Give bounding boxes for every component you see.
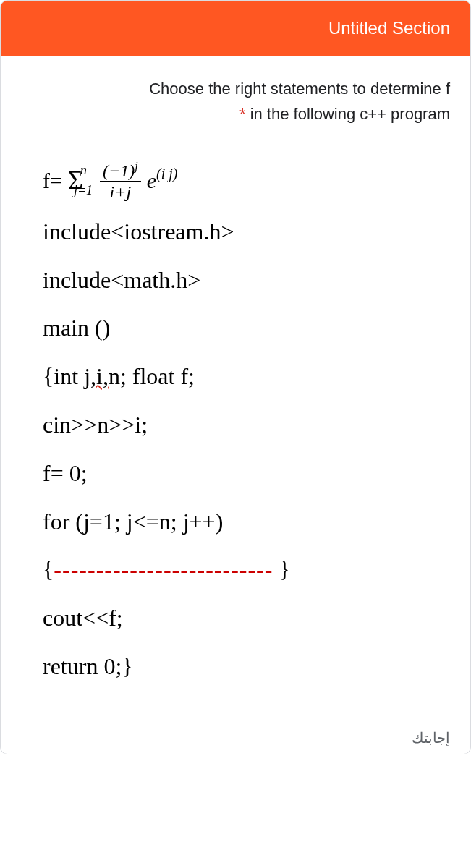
fraction: (−1)j i+j [100,161,141,200]
code-line-for: for (j=1; j<=n; j++) [43,500,428,544]
code-line-include-iostream: include<iostream.h> [43,210,428,254]
code-line-return: return 0;} [43,644,428,689]
question-body: f= Σ n j=1 (−1)j i+j e (i j) include<ios… [21,141,450,699]
required-asterisk: * [239,105,246,123]
fraction-numerator: (−1)j [100,161,141,182]
code-line-main: main () [43,306,428,350]
code-line-cin: cin>>n>>i; [43,403,428,447]
code-line-cout: cout<<f; [43,596,428,640]
code-line-include-math: include<math.h> [43,258,428,302]
blank-dashes: -------------------------- [54,556,273,582]
question-content: Choose the right statements to determine… [1,56,470,715]
math-formula: f= Σ n j=1 (−1)j i+j e (i j) [43,156,428,205]
fraction-denominator: i+j [110,182,132,200]
question-line-1: Choose the right statements to determine… [149,80,450,98]
question-prompt: Choose the right statements to determine… [21,76,450,127]
question-card: Untitled Section Choose the right statem… [0,0,471,754]
exp-base: e [147,160,156,201]
formula-lhs: f= [43,160,62,201]
answer-label: إجابتك [1,715,470,754]
section-header: Untitled Section [1,1,470,56]
exp-superscript: (i j) [156,160,177,187]
sigma-lower: j=1 [74,178,93,203]
code-line-finit: f= 0; [43,451,428,495]
code-line-declarations: {int j,i,n; float f; [43,354,428,399]
section-title: Untitled Section [328,18,450,38]
code-line-blank: {-------------------------- } [43,548,428,592]
question-line-2: in the following c++ program [250,105,450,123]
